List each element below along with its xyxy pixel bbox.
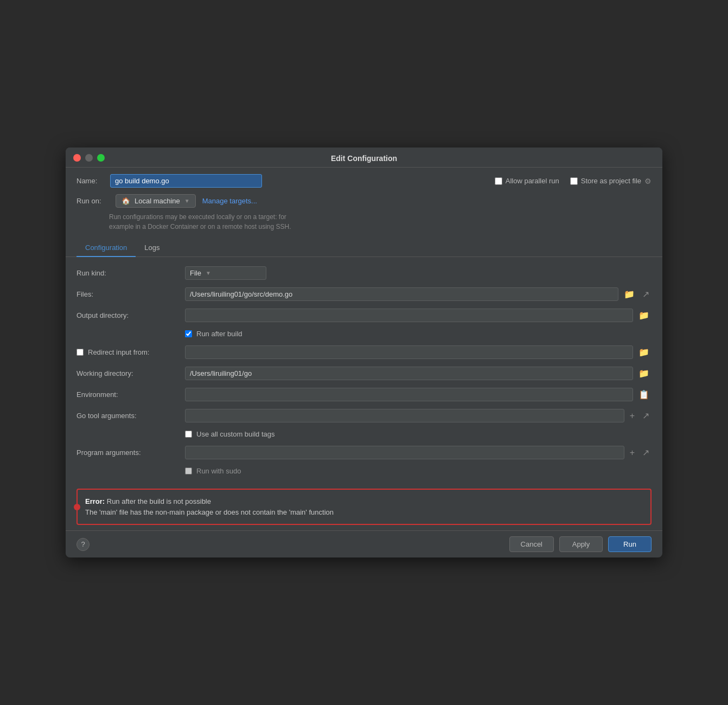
- run-with-sudo-row: Run with sudo: [76, 463, 652, 479]
- maximize-button[interactable]: [97, 154, 105, 162]
- program-arguments-control: + ↗: [185, 446, 652, 459]
- content-area: Run kind: File ▼ Files: 📁 ↗ Output direc…: [66, 257, 662, 484]
- name-row: Name: Allow parallel run Store as projec…: [66, 168, 662, 191]
- redirect-input-field[interactable]: [185, 345, 633, 359]
- files-input[interactable]: [185, 287, 618, 301]
- run-kind-control: File ▼: [185, 266, 652, 280]
- error-message1: Run after the build is not possible: [107, 497, 211, 505]
- run-kind-select[interactable]: File ▼: [185, 266, 266, 280]
- use-all-custom-build-tags-label[interactable]: Use all custom build tags: [196, 430, 275, 438]
- run-kind-chevron-icon: ▼: [206, 270, 211, 276]
- error-message2: The 'main' file has the non-main package…: [85, 508, 334, 516]
- tab-logs[interactable]: Logs: [136, 239, 168, 257]
- footer: ? Cancel Apply Run: [66, 530, 662, 557]
- files-row: Files: 📁 ↗: [76, 284, 652, 305]
- redirect-folder-icon[interactable]: 📁: [636, 346, 652, 358]
- allow-parallel-checkbox[interactable]: [495, 177, 502, 185]
- output-directory-input[interactable]: [185, 309, 633, 322]
- redirect-input-row: Redirect input from: 📁: [76, 342, 652, 363]
- run-with-sudo-checkbox[interactable]: [185, 467, 192, 475]
- tabs-row: Configuration Logs: [66, 239, 662, 257]
- apply-button[interactable]: Apply: [559, 536, 603, 552]
- error-title: Error:: [85, 497, 105, 505]
- program-arguments-input[interactable]: [185, 446, 624, 459]
- environment-input[interactable]: [185, 388, 633, 401]
- files-expand-icon[interactable]: ↗: [640, 288, 652, 300]
- chevron-down-icon: ▼: [184, 198, 190, 204]
- working-directory-folder-icon[interactable]: 📁: [636, 367, 652, 380]
- name-label: Name:: [76, 177, 104, 185]
- output-directory-row: Output directory: 📁: [76, 305, 652, 326]
- minimize-button[interactable]: [85, 154, 93, 162]
- hint-text: Run configurations may be executed local…: [109, 213, 291, 230]
- manage-targets-link[interactable]: Manage targets...: [202, 197, 257, 205]
- local-machine-label: Local machine: [135, 197, 180, 205]
- working-directory-label: Working directory:: [76, 369, 185, 377]
- redirect-input-checkbox[interactable]: [76, 349, 84, 356]
- custom-build-tags-row: Use all custom build tags: [76, 426, 652, 442]
- go-tool-arguments-row: Go tool arguments: + ↗: [76, 405, 652, 426]
- files-folder-icon[interactable]: 📁: [622, 288, 637, 300]
- error-section: Error: Run after the build is not possib…: [76, 489, 652, 525]
- redirect-input-control: 📁: [185, 345, 652, 359]
- store-project-checkbox[interactable]: [570, 177, 578, 185]
- go-tool-arguments-control: + ↗: [185, 409, 652, 422]
- go-tool-arguments-label: Go tool arguments:: [76, 412, 185, 420]
- home-icon: 🏠: [122, 197, 130, 205]
- checkboxes-row: Allow parallel run Store as project file…: [495, 177, 652, 185]
- program-args-add-icon[interactable]: +: [628, 447, 637, 459]
- error-dot-icon: [74, 504, 80, 510]
- allow-parallel-label[interactable]: Allow parallel run: [506, 177, 559, 185]
- go-tool-arguments-input[interactable]: [185, 409, 624, 422]
- output-directory-control: 📁: [185, 309, 652, 322]
- close-button[interactable]: [73, 154, 81, 162]
- allow-parallel-checkbox-item: Allow parallel run: [495, 177, 559, 185]
- cancel-button[interactable]: Cancel: [509, 536, 554, 552]
- footer-left: ?: [76, 538, 90, 551]
- files-control: 📁 ↗: [185, 287, 652, 301]
- run-kind-label: Run kind:: [76, 269, 185, 277]
- working-directory-row: Working directory: 📁: [76, 363, 652, 384]
- error-text: Error: Run after the build is not possib…: [85, 496, 334, 517]
- go-tool-add-icon[interactable]: +: [628, 410, 637, 422]
- program-arguments-row: Program arguments: + ↗: [76, 442, 652, 463]
- run-kind-value: File: [190, 269, 201, 277]
- help-button[interactable]: ?: [76, 538, 90, 551]
- run-after-build-label[interactable]: Run after build: [196, 330, 242, 338]
- run-after-build-checkbox[interactable]: [185, 330, 192, 337]
- edit-configuration-dialog: Edit Configuration Name: Allow parallel …: [66, 148, 662, 557]
- go-tool-expand-icon[interactable]: ↗: [640, 409, 652, 422]
- use-all-custom-build-tags-checkbox[interactable]: [185, 431, 192, 438]
- run-button[interactable]: Run: [608, 536, 652, 552]
- redirect-input-label[interactable]: Redirect input from:: [88, 348, 155, 356]
- dialog-title: Edit Configuration: [331, 154, 397, 163]
- store-project-checkbox-item: Store as project file ⚙: [570, 177, 652, 185]
- files-label: Files:: [76, 290, 185, 298]
- title-bar: Edit Configuration: [66, 148, 662, 168]
- environment-row: Environment: 📋: [76, 384, 652, 405]
- run-on-row: Run on: 🏠 Local machine ▼ Manage targets…: [66, 191, 662, 210]
- tab-configuration[interactable]: Configuration: [76, 239, 136, 257]
- run-on-hint: Run configurations may be executed local…: [66, 210, 662, 237]
- output-folder-icon[interactable]: 📁: [636, 309, 652, 322]
- run-with-sudo-label[interactable]: Run with sudo: [196, 467, 241, 475]
- run-on-label: Run on:: [76, 197, 109, 205]
- local-machine-select[interactable]: 🏠 Local machine ▼: [116, 194, 196, 208]
- environment-label: Environment:: [76, 390, 185, 399]
- store-project-label[interactable]: Store as project file: [581, 177, 641, 185]
- working-directory-input[interactable]: [185, 367, 633, 380]
- environment-control: 📋: [185, 388, 652, 401]
- name-input[interactable]: [110, 174, 262, 188]
- run-after-build-row: Run after build: [76, 326, 652, 342]
- gear-icon[interactable]: ⚙: [644, 177, 652, 185]
- output-directory-label: Output directory:: [76, 311, 185, 319]
- program-args-expand-icon[interactable]: ↗: [640, 446, 652, 459]
- working-directory-control: 📁: [185, 367, 652, 380]
- run-kind-row: Run kind: File ▼: [76, 262, 652, 284]
- window-buttons: [73, 154, 105, 162]
- program-arguments-label: Program arguments:: [76, 448, 185, 457]
- environment-edit-icon[interactable]: 📋: [636, 388, 652, 401]
